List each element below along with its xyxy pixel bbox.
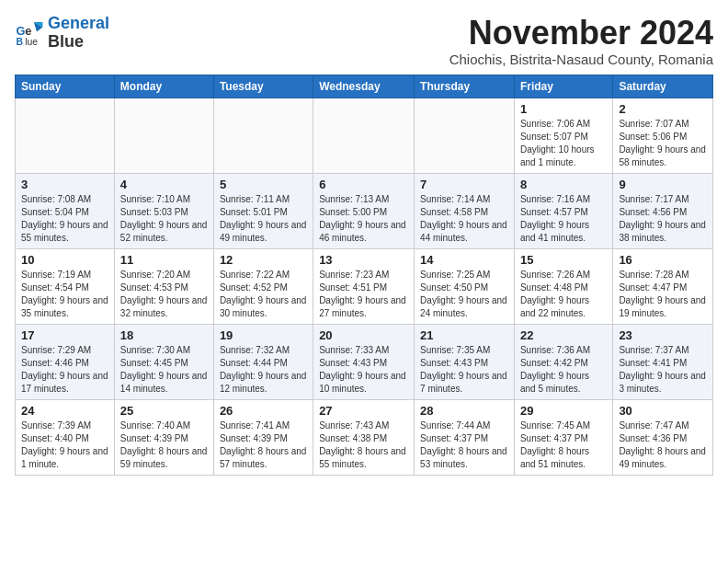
day-info: Sunrise: 7:08 AM Sunset: 5:04 PM Dayligh… xyxy=(21,193,108,245)
day-info: Sunrise: 7:23 AM Sunset: 4:51 PM Dayligh… xyxy=(319,269,408,320)
day-number: 20 xyxy=(319,328,408,342)
week-row-3: 10Sunrise: 7:19 AM Sunset: 4:54 PM Dayli… xyxy=(16,248,713,324)
day-cell: 25Sunrise: 7:40 AM Sunset: 4:39 PM Dayli… xyxy=(114,399,213,475)
day-info: Sunrise: 7:25 AM Sunset: 4:50 PM Dayligh… xyxy=(420,269,508,320)
day-number: 5 xyxy=(220,178,307,191)
day-info: Sunrise: 7:32 AM Sunset: 4:44 PM Dayligh… xyxy=(220,344,307,396)
day-info: Sunrise: 7:26 AM Sunset: 4:48 PM Dayligh… xyxy=(520,269,607,320)
week-row-5: 24Sunrise: 7:39 AM Sunset: 4:40 PM Dayli… xyxy=(16,399,713,475)
day-number: 1 xyxy=(520,102,607,116)
day-cell: 19Sunrise: 7:32 AM Sunset: 4:44 PM Dayli… xyxy=(213,324,313,399)
day-info: Sunrise: 7:14 AM Sunset: 4:58 PM Dayligh… xyxy=(420,193,508,245)
day-number: 29 xyxy=(520,404,607,418)
logo-line2: Blue xyxy=(48,32,84,51)
page-header: G e B lue General Blue November 2024 Chi… xyxy=(15,15,713,67)
logo-text: General Blue xyxy=(48,15,109,52)
day-cell: 18Sunrise: 7:30 AM Sunset: 4:45 PM Dayli… xyxy=(114,324,213,399)
week-row-2: 3Sunrise: 7:08 AM Sunset: 5:04 PM Daylig… xyxy=(16,173,713,248)
day-info: Sunrise: 7:40 AM Sunset: 4:39 PM Dayligh… xyxy=(120,419,208,471)
day-info: Sunrise: 7:10 AM Sunset: 5:03 PM Dayligh… xyxy=(120,193,208,245)
day-cell: 10Sunrise: 7:19 AM Sunset: 4:54 PM Dayli… xyxy=(16,248,115,324)
day-number: 13 xyxy=(319,253,408,267)
day-number: 4 xyxy=(120,178,208,191)
day-info: Sunrise: 7:43 AM Sunset: 4:38 PM Dayligh… xyxy=(319,419,408,471)
day-info: Sunrise: 7:39 AM Sunset: 4:40 PM Dayligh… xyxy=(21,419,108,471)
day-cell: 28Sunrise: 7:44 AM Sunset: 4:37 PM Dayli… xyxy=(415,399,515,475)
day-number: 3 xyxy=(21,178,108,191)
day-cell xyxy=(313,98,415,173)
day-info: Sunrise: 7:13 AM Sunset: 5:00 PM Dayligh… xyxy=(319,193,408,245)
day-cell: 7Sunrise: 7:14 AM Sunset: 4:58 PM Daylig… xyxy=(415,173,515,248)
day-info: Sunrise: 7:36 AM Sunset: 4:42 PM Dayligh… xyxy=(520,344,607,396)
logo-line1: General xyxy=(48,14,109,32)
col-header-friday: Friday xyxy=(514,75,612,98)
calendar-body: 1Sunrise: 7:06 AM Sunset: 5:07 PM Daylig… xyxy=(16,98,713,475)
day-cell: 8Sunrise: 7:16 AM Sunset: 4:57 PM Daylig… xyxy=(514,173,612,248)
title-block: November 2024 Chiochis, Bistrita-Nasaud … xyxy=(449,15,713,67)
day-number: 21 xyxy=(420,328,508,342)
day-info: Sunrise: 7:22 AM Sunset: 4:52 PM Dayligh… xyxy=(220,269,307,320)
svg-text:G: G xyxy=(17,23,26,37)
day-cell xyxy=(415,98,515,173)
day-cell: 21Sunrise: 7:35 AM Sunset: 4:43 PM Dayli… xyxy=(415,324,515,399)
day-cell: 9Sunrise: 7:17 AM Sunset: 4:56 PM Daylig… xyxy=(613,173,713,248)
day-cell: 22Sunrise: 7:36 AM Sunset: 4:42 PM Dayli… xyxy=(514,324,612,399)
day-number: 11 xyxy=(120,253,208,267)
calendar-header-row: SundayMondayTuesdayWednesdayThursdayFrid… xyxy=(16,75,713,98)
day-number: 22 xyxy=(520,328,607,342)
col-header-sunday: Sunday xyxy=(16,75,115,98)
day-number: 15 xyxy=(520,253,607,267)
day-cell xyxy=(114,98,213,173)
day-info: Sunrise: 7:06 AM Sunset: 5:07 PM Dayligh… xyxy=(520,118,607,169)
day-info: Sunrise: 7:29 AM Sunset: 4:46 PM Dayligh… xyxy=(21,344,108,396)
week-row-1: 1Sunrise: 7:06 AM Sunset: 5:07 PM Daylig… xyxy=(16,98,713,173)
day-number: 14 xyxy=(420,253,508,267)
day-number: 6 xyxy=(319,178,408,191)
day-number: 7 xyxy=(420,178,508,191)
day-info: Sunrise: 7:37 AM Sunset: 4:41 PM Dayligh… xyxy=(619,344,707,396)
day-cell: 6Sunrise: 7:13 AM Sunset: 5:00 PM Daylig… xyxy=(313,173,415,248)
svg-text:B: B xyxy=(17,37,24,47)
col-header-monday: Monday xyxy=(114,75,213,98)
day-cell: 5Sunrise: 7:11 AM Sunset: 5:01 PM Daylig… xyxy=(213,173,313,248)
day-cell: 11Sunrise: 7:20 AM Sunset: 4:53 PM Dayli… xyxy=(114,248,213,324)
col-header-wednesday: Wednesday xyxy=(313,75,415,98)
day-number: 25 xyxy=(120,404,208,418)
day-info: Sunrise: 7:44 AM Sunset: 4:37 PM Dayligh… xyxy=(420,419,508,471)
logo: G e B lue General Blue xyxy=(15,15,109,52)
day-cell: 1Sunrise: 7:06 AM Sunset: 5:07 PM Daylig… xyxy=(514,98,612,173)
day-cell: 29Sunrise: 7:45 AM Sunset: 4:37 PM Dayli… xyxy=(514,399,612,475)
day-cell: 15Sunrise: 7:26 AM Sunset: 4:48 PM Dayli… xyxy=(514,248,612,324)
day-cell: 4Sunrise: 7:10 AM Sunset: 5:03 PM Daylig… xyxy=(114,173,213,248)
day-info: Sunrise: 7:45 AM Sunset: 4:37 PM Dayligh… xyxy=(520,419,607,471)
day-info: Sunrise: 7:30 AM Sunset: 4:45 PM Dayligh… xyxy=(120,344,208,396)
day-cell: 23Sunrise: 7:37 AM Sunset: 4:41 PM Dayli… xyxy=(613,324,713,399)
day-info: Sunrise: 7:47 AM Sunset: 4:36 PM Dayligh… xyxy=(619,419,707,471)
location-subtitle: Chiochis, Bistrita-Nasaud County, Romani… xyxy=(449,52,713,67)
logo-icon: G e B lue xyxy=(15,18,44,48)
day-number: 16 xyxy=(619,253,707,267)
day-number: 26 xyxy=(220,404,307,418)
col-header-saturday: Saturday xyxy=(613,75,713,98)
day-info: Sunrise: 7:20 AM Sunset: 4:53 PM Dayligh… xyxy=(120,269,208,320)
day-info: Sunrise: 7:41 AM Sunset: 4:39 PM Dayligh… xyxy=(220,419,307,471)
col-header-tuesday: Tuesday xyxy=(213,75,313,98)
day-cell: 20Sunrise: 7:33 AM Sunset: 4:43 PM Dayli… xyxy=(313,324,415,399)
day-info: Sunrise: 7:35 AM Sunset: 4:43 PM Dayligh… xyxy=(420,344,508,396)
day-cell: 16Sunrise: 7:28 AM Sunset: 4:47 PM Dayli… xyxy=(613,248,713,324)
day-cell: 27Sunrise: 7:43 AM Sunset: 4:38 PM Dayli… xyxy=(313,399,415,475)
day-info: Sunrise: 7:28 AM Sunset: 4:47 PM Dayligh… xyxy=(619,269,707,320)
week-row-4: 17Sunrise: 7:29 AM Sunset: 4:46 PM Dayli… xyxy=(16,324,713,399)
month-title: November 2024 xyxy=(449,15,713,52)
day-number: 24 xyxy=(21,404,108,418)
day-cell: 12Sunrise: 7:22 AM Sunset: 4:52 PM Dayli… xyxy=(213,248,313,324)
day-number: 8 xyxy=(520,178,607,191)
day-cell xyxy=(16,98,115,173)
day-number: 17 xyxy=(21,328,108,342)
day-info: Sunrise: 7:16 AM Sunset: 4:57 PM Dayligh… xyxy=(520,193,607,245)
svg-text:e: e xyxy=(25,23,31,37)
day-cell: 30Sunrise: 7:47 AM Sunset: 4:36 PM Dayli… xyxy=(613,399,713,475)
day-cell: 3Sunrise: 7:08 AM Sunset: 5:04 PM Daylig… xyxy=(16,173,115,248)
day-number: 12 xyxy=(220,253,307,267)
day-info: Sunrise: 7:07 AM Sunset: 5:06 PM Dayligh… xyxy=(619,118,707,169)
